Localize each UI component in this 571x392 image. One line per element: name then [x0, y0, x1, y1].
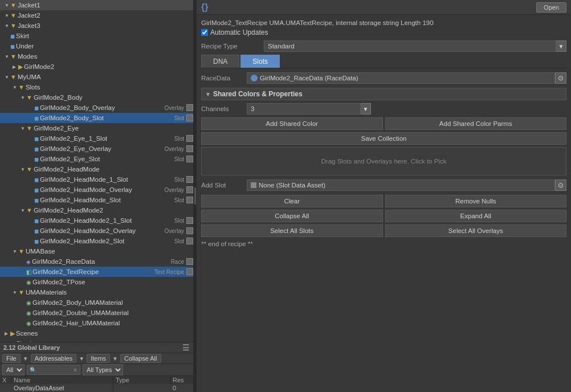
tree-item[interactable]: ▼ ▼ GirlMode2_Body: [0, 92, 193, 103]
tree-item[interactable]: ◼ GirlMode2_Body_Slot Slot: [0, 113, 193, 123]
clear-btn[interactable]: Clear: [201, 195, 383, 207]
tree-item[interactable]: ▼ ▼ Jacket1: [0, 0, 193, 10]
item-badge: Slot: [174, 177, 184, 183]
tree-item[interactable]: ◼ GirlMode2_Eye_Overlay Overlay: [0, 144, 193, 154]
tree-item[interactable]: ◉ GirlMode2_Double_UMAMaterial: [0, 308, 193, 318]
tree-item[interactable]: ▼ ▼ Slots: [0, 82, 193, 92]
tree-arrow-icon: ▶: [13, 64, 18, 70]
badge-icon: [186, 217, 193, 224]
tree-item-label: GirlMode2_HeadMode: [34, 166, 193, 173]
badge-icon: [186, 227, 193, 234]
tree-item[interactable]: ▼ ▼ GirlMode2_Eye: [0, 123, 193, 133]
tree-arrow-icon: ▼: [21, 208, 26, 213]
item-badge: Slot: [174, 238, 184, 244]
tree-item[interactable]: ▼ ▼ Modes: [0, 51, 193, 62]
select-all-overlays-btn[interactable]: Select All Overlays: [385, 224, 567, 237]
tree-item[interactable]: ▼ ▼ Jacket2: [0, 10, 193, 21]
tree-item[interactable]: ▼ ▼ UMABase: [0, 246, 193, 256]
panel-divider[interactable]: [194, 0, 197, 392]
row-name: OverlayDataAsset: [11, 385, 113, 391]
add-slot-pick-btn[interactable]: ⊙: [555, 179, 566, 191]
tree-item[interactable]: ◼ GirlMode2_Eye_Slot Slot: [0, 154, 193, 164]
drag-area[interactable]: Drag Slots and Overlays here. Click to P…: [201, 147, 566, 175]
tree-item[interactable]: ◉ GirlMode2_Hair_UMAMaterial: [0, 318, 193, 328]
item-badge: Slot: [174, 115, 184, 121]
item-badge: Slot: [174, 197, 184, 203]
channels-row: Channels ▼: [201, 103, 566, 115]
tree-item[interactable]: ▼ ▼ Jacket3: [0, 21, 193, 31]
recipe-type-arrow[interactable]: ▼: [556, 40, 566, 52]
tree-item-label: Skirt: [16, 32, 193, 39]
badge-icon: [186, 258, 193, 265]
table-header: X Name Type Res: [0, 375, 193, 384]
race-data-pick-btn[interactable]: ⊙: [555, 72, 566, 84]
tree-item[interactable]: ◼ GirlMode2_HeadMode2_Slot Slot: [0, 236, 193, 246]
tree-item[interactable]: ◈ GirlMode2_RaceData Race: [0, 256, 193, 267]
race-data-text: GirlMode2_RaceData (RaceData): [260, 75, 358, 81]
search-input[interactable]: [38, 366, 72, 373]
file-btn[interactable]: File: [2, 354, 21, 363]
addressables-btn[interactable]: Addressables: [31, 354, 77, 363]
remove-nulls-btn[interactable]: Remove Nulls: [385, 195, 567, 207]
tree-item[interactable]: ▶ ▶ GirlMode2: [0, 62, 193, 72]
recipe-type-value: Standard: [264, 40, 556, 52]
slot-circle-icon: [251, 182, 256, 188]
folder-open-icon: ▼: [10, 12, 17, 19]
tree-item[interactable]: ◼ GirlMode2_HeadMode_Slot Slot: [0, 195, 193, 205]
tree-item[interactable]: ▼ ▼ GirlMode2_HeadMode: [0, 164, 193, 174]
tree-item-label: Under: [16, 43, 193, 50]
slot-value-text: None (Slot Data Asset): [259, 182, 325, 189]
select-all-slots-btn[interactable]: Select All Slots: [201, 224, 383, 237]
mesh-icon: ◼: [34, 228, 39, 234]
tree-item-label: GirlMode2_HeadMode2_Overlay: [40, 227, 165, 234]
recipe-icon: {}: [201, 2, 208, 13]
tree-item[interactable]: ▼ ▼ GirlMode2_HeadMode2: [0, 205, 193, 215]
tab-dna[interactable]: DNA: [201, 55, 239, 68]
tree-item[interactable]: ◼ GirlMode2_HeadMode_Overlay Overlay: [0, 185, 193, 195]
tree-item-label: GirlMode2_RaceData: [32, 258, 171, 265]
auto-updates-checkbox[interactable]: [201, 29, 208, 36]
divider-handle: [194, 187, 196, 205]
table-row[interactable]: OverlayDataAsset 0: [0, 384, 193, 392]
save-collection-btn[interactable]: Save Collection: [201, 132, 566, 145]
mesh-icon: ◼: [34, 197, 39, 203]
tree-item[interactable]: ◧ GirlMode2_TextRecipe Text Recipe: [0, 267, 193, 277]
collapse-all-slots-btn[interactable]: Collapse All: [201, 210, 383, 222]
tree-item[interactable]: ▼ ▼ UMAMaterials: [0, 287, 193, 297]
tree-item[interactable]: ▼ ▼ MyUMA: [0, 72, 193, 82]
tree-item-label: GirlMode2_HeadMode_Slot: [40, 197, 174, 203]
tree-item[interactable]: ◼ GirlMode2_HeadMode2_Overlay Overlay: [0, 226, 193, 236]
tree-item[interactable]: ◼ Under: [0, 41, 193, 51]
badge-icon: [186, 145, 193, 152]
col-res-header: Res: [170, 377, 193, 383]
tree-item[interactable]: ◉ GirlMode2_TPose: [0, 277, 193, 287]
add-shared-color-btn[interactable]: Add Shared Color: [201, 117, 383, 130]
all-select[interactable]: All: [2, 364, 25, 375]
add-shared-color-parms-btn[interactable]: Add Shared Color Parms: [385, 117, 567, 130]
folder-open-icon: ▼: [26, 125, 32, 132]
mesh-icon: ◼: [34, 105, 39, 111]
tree-item[interactable]: ◉ GirlMode2_Body_UMAMaterial: [0, 297, 193, 308]
tree-item[interactable]: ◼ GirlMode2_HeadMode_1_Slot Slot: [0, 174, 193, 185]
expand-all-btn[interactable]: Expand All: [385, 210, 567, 222]
open-btn[interactable]: Open: [536, 2, 566, 13]
tree-item[interactable]: ◼ GirlMode2_Eye_1_Slot Slot: [0, 133, 193, 144]
tree-item[interactable]: ◼ Skirt: [0, 31, 193, 41]
tree-item[interactable]: ▶ ▶ Scenes: [0, 328, 193, 338]
channels-arrow-btn[interactable]: ▼: [361, 103, 371, 115]
tree-area[interactable]: ▼ ▼ Jacket1 ▼ ▼ Jacket2 ▼ ▼ Jacket3 ◼ Sk…: [0, 0, 193, 342]
race-data-label: RaceData: [201, 75, 247, 81]
clear-search-icon[interactable]: ✕: [73, 367, 78, 373]
hamburger-btn[interactable]: ☰: [182, 343, 190, 352]
tree-item-label: Slots: [26, 84, 193, 91]
tab-slots[interactable]: Slots: [240, 55, 280, 68]
items-btn[interactable]: Items: [87, 354, 110, 363]
shared-colors-section-header[interactable]: ▼ Shared Colors & Properties: [201, 88, 566, 100]
collapse-all-btn[interactable]: Collapse All: [120, 354, 161, 363]
badge-icon: [186, 268, 193, 275]
search-box[interactable]: 🔍 ✕: [27, 365, 80, 375]
tree-item[interactable]: ◼ GirlMode2_HeadMode2_1_Slot Slot: [0, 215, 193, 226]
channels-input[interactable]: [247, 103, 361, 115]
tree-item[interactable]: ◼ GirlMode2_Body_Overlay Overlay: [0, 103, 193, 113]
all-types-select[interactable]: All Types: [83, 364, 123, 375]
